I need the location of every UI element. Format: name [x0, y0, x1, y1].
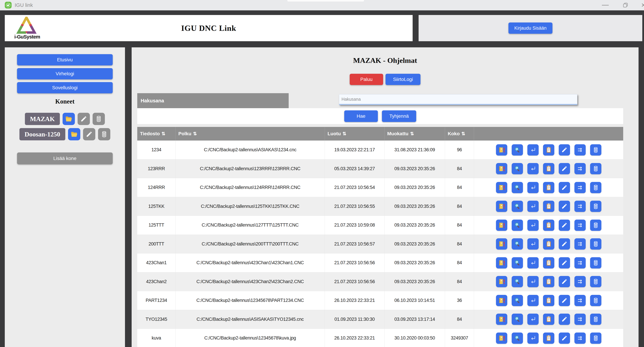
row-action-transfer-arrows[interactable] — [574, 295, 586, 306]
row-action-return-arrow[interactable] — [527, 220, 539, 231]
row-action-trash[interactable] — [590, 163, 601, 174]
row-action-return-arrow[interactable] — [527, 201, 539, 212]
login-button[interactable]: Kirjaudu Sisään — [508, 22, 552, 34]
row-action-return-arrow[interactable] — [527, 163, 539, 174]
machine-edit-button[interactable] — [78, 113, 90, 125]
row-action-return-arrow[interactable] — [527, 333, 539, 344]
row-action-pencil[interactable] — [559, 220, 570, 231]
machine-delete-button[interactable] — [92, 113, 105, 125]
close-button[interactable]: ✕ — [638, 0, 644, 10]
row-action-clipboard[interactable] — [543, 295, 554, 306]
row-action-trash[interactable] — [590, 238, 601, 250]
row-action-magnifier[interactable] — [512, 295, 523, 306]
row-action-notebook-alert[interactable] — [496, 201, 507, 212]
row-action-clipboard[interactable] — [543, 333, 554, 344]
row-action-pencil[interactable] — [559, 238, 570, 250]
row-action-trash[interactable] — [590, 144, 601, 156]
add-machine-button[interactable]: Lisää kone — [17, 152, 113, 164]
row-action-notebook-alert[interactable] — [496, 238, 507, 250]
row-action-return-arrow[interactable] — [527, 144, 539, 156]
row-action-clipboard[interactable] — [543, 238, 554, 250]
row-action-magnifier[interactable] — [512, 333, 523, 344]
column-header-luotu[interactable]: Luotu ⇅ — [325, 127, 384, 141]
row-action-trash[interactable] — [590, 220, 601, 231]
machine-open-folder-button[interactable] — [68, 128, 80, 140]
row-action-transfer-arrows[interactable] — [574, 144, 586, 156]
row-action-magnifier[interactable] — [512, 201, 523, 212]
row-action-clipboard[interactable] — [543, 257, 554, 269]
row-action-notebook-alert[interactable] — [496, 182, 507, 193]
transfer-log-button[interactable]: SiirtoLogi — [386, 74, 420, 85]
clear-button[interactable]: Tyhjennä — [382, 110, 416, 122]
row-action-transfer-arrows[interactable] — [574, 276, 586, 287]
row-action-notebook-alert[interactable] — [496, 163, 507, 174]
row-action-pencil[interactable] — [559, 314, 570, 325]
row-action-trash[interactable] — [590, 257, 601, 269]
row-action-pencil[interactable] — [559, 182, 570, 193]
row-action-notebook-alert[interactable] — [496, 144, 507, 156]
row-action-notebook-alert[interactable] — [496, 220, 507, 231]
row-action-magnifier[interactable] — [512, 314, 523, 325]
row-action-pencil[interactable] — [559, 144, 570, 156]
row-action-clipboard[interactable] — [543, 144, 554, 156]
row-action-pencil[interactable] — [559, 163, 570, 174]
row-action-magnifier[interactable] — [512, 257, 523, 269]
row-action-transfer-arrows[interactable] — [574, 314, 586, 325]
row-action-clipboard[interactable] — [543, 314, 554, 325]
minimize-button[interactable] — [598, 0, 612, 10]
row-action-trash[interactable] — [590, 295, 601, 306]
row-action-transfer-arrows[interactable] — [574, 182, 586, 193]
column-header-tiedosto[interactable]: Tiedosto ⇅ — [137, 127, 176, 141]
sidebar-nav-etusivu[interactable]: Etusivu — [17, 54, 113, 65]
row-action-pencil[interactable] — [559, 333, 570, 344]
row-action-pencil[interactable] — [559, 201, 570, 212]
row-action-clipboard[interactable] — [543, 276, 554, 287]
row-action-notebook-alert[interactable] — [496, 257, 507, 269]
column-header-muokattu[interactable]: Muokattu ⇅ — [384, 127, 445, 141]
row-action-magnifier[interactable] — [512, 144, 523, 156]
row-action-return-arrow[interactable] — [527, 314, 539, 325]
row-action-return-arrow[interactable] — [527, 257, 539, 269]
row-action-transfer-arrows[interactable] — [574, 220, 586, 231]
row-action-trash[interactable] — [590, 182, 601, 193]
column-header-polku[interactable]: Polku ⇅ — [176, 127, 325, 141]
row-action-clipboard[interactable] — [543, 220, 554, 231]
row-action-pencil[interactable] — [559, 276, 570, 287]
row-action-transfer-arrows[interactable] — [574, 163, 586, 174]
search-input[interactable] — [339, 94, 577, 105]
machine-edit-button[interactable] — [83, 128, 95, 140]
row-action-transfer-arrows[interactable] — [574, 238, 586, 250]
column-header-koko[interactable]: Koko ⇅ — [445, 127, 474, 141]
row-action-magnifier[interactable] — [512, 276, 523, 287]
row-action-magnifier[interactable] — [512, 220, 523, 231]
search-button[interactable]: Hae — [344, 110, 378, 122]
row-action-notebook-alert[interactable] — [496, 333, 507, 344]
maximize-button[interactable] — [618, 0, 632, 10]
row-action-trash[interactable] — [590, 276, 601, 287]
row-action-clipboard[interactable] — [543, 163, 554, 174]
machine-open-folder-button[interactable] — [62, 113, 75, 125]
row-action-transfer-arrows[interactable] — [574, 257, 586, 269]
row-action-return-arrow[interactable] — [527, 238, 539, 250]
row-action-return-arrow[interactable] — [527, 182, 539, 193]
row-action-transfer-arrows[interactable] — [574, 201, 586, 212]
row-action-notebook-alert[interactable] — [496, 314, 507, 325]
sidebar-nav-virhelogi[interactable]: Virhelogi — [17, 68, 113, 79]
row-action-clipboard[interactable] — [543, 182, 554, 193]
row-action-return-arrow[interactable] — [527, 295, 539, 306]
row-action-transfer-arrows[interactable] — [574, 333, 586, 344]
row-action-pencil[interactable] — [559, 257, 570, 269]
row-action-clipboard[interactable] — [543, 201, 554, 212]
row-action-notebook-alert[interactable] — [496, 295, 507, 306]
sidebar-nav-sovelluslogi[interactable]: Sovelluslogi — [17, 82, 113, 93]
machine-delete-button[interactable] — [98, 128, 110, 140]
row-action-notebook-alert[interactable] — [496, 276, 507, 287]
back-button[interactable]: Paluu — [350, 74, 383, 85]
row-action-return-arrow[interactable] — [527, 276, 539, 287]
row-action-magnifier[interactable] — [512, 238, 523, 250]
row-action-trash[interactable] — [590, 201, 601, 212]
row-action-magnifier[interactable] — [512, 182, 523, 193]
row-action-trash[interactable] — [590, 333, 601, 344]
row-action-trash[interactable] — [590, 314, 601, 325]
row-action-magnifier[interactable] — [512, 163, 523, 174]
